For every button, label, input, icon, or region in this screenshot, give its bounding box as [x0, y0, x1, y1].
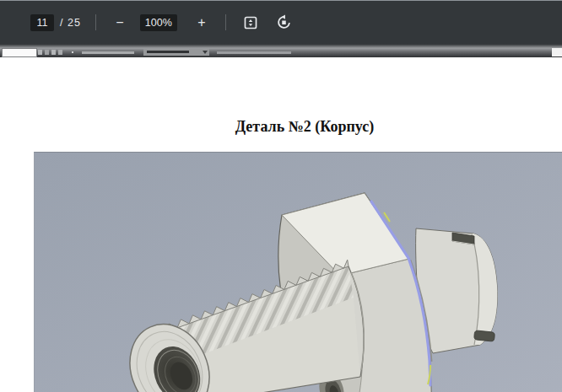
page-content: Деталь №2 (Корпус) [34, 117, 562, 392]
pdf-page: Деталь №2 (Корпус) [0, 57, 562, 392]
mini-icon [58, 50, 62, 55]
rotate-button[interactable] [274, 13, 295, 33]
page-number-input[interactable]: 11 [30, 14, 54, 31]
mini-dropdown-arrow [203, 51, 208, 54]
embedded-screenshot-strip [0, 48, 562, 57]
mini-text-block [217, 51, 291, 54]
pdf-toolbar: 11 / 25 − 100% + [0, 0, 562, 44]
document-title: Деталь №2 (Корпус) [34, 117, 562, 137]
zoom-out-button[interactable]: − [111, 13, 129, 32]
mini-text-block [82, 51, 134, 54]
zoom-level-input[interactable]: 100% [140, 14, 177, 31]
mini-dot [72, 51, 73, 53]
fit-to-page-button[interactable] [240, 13, 261, 33]
cad-render-3d-part [35, 153, 562, 392]
page-count-label: / 25 [60, 17, 81, 29]
mini-icon [45, 50, 49, 55]
rotate-counterclockwise-icon [276, 14, 292, 30]
toolbar-divider [225, 14, 226, 30]
toolbar-divider [95, 14, 96, 30]
mini-icon [38, 50, 42, 55]
mini-corner-box [552, 48, 562, 56]
mini-input-box [2, 48, 37, 57]
zoom-in-button[interactable]: + [192, 13, 211, 32]
fit-to-page-icon [243, 15, 258, 30]
mini-icon [51, 50, 56, 55]
side-slot [474, 330, 495, 341]
toolbar-controls: 11 / 25 − 100% + [30, 13, 295, 33]
mini-dropdown-text [147, 51, 189, 53]
cad-figure [34, 152, 562, 392]
